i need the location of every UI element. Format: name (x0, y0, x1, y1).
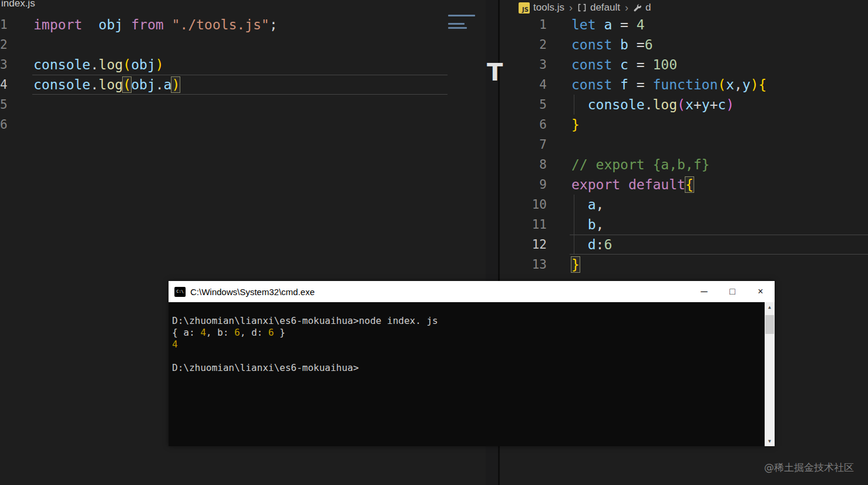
code-token: "./tools.js" (171, 17, 269, 32)
code-line[interactable]: a, (571, 195, 766, 215)
cmd-scrollbar[interactable]: ▲ ▼ (765, 302, 775, 446)
code-token: ) (171, 77, 180, 92)
code-token: } (571, 117, 580, 132)
code-token: = (628, 77, 653, 92)
code-token: 4 (200, 327, 206, 338)
breadcrumb-member-label: d (645, 2, 651, 14)
close-button[interactable]: × (746, 281, 775, 302)
code-line[interactable]: } (571, 255, 766, 275)
code-token: , (596, 197, 604, 212)
line-number: 13 (529, 255, 547, 275)
watermark: @稀土掘金技术社区 (764, 461, 854, 474)
code-token: = (612, 17, 637, 32)
code-token: y (742, 77, 751, 92)
code-token: f (620, 77, 628, 92)
line-number: 1 (0, 15, 7, 35)
code-token: { a: (172, 327, 200, 338)
code-line[interactable]: // export {a,b,f} (571, 155, 766, 175)
code-token: { (759, 77, 767, 92)
code-line[interactable] (571, 135, 766, 155)
line-number: 11 (529, 215, 547, 235)
code-token: d (588, 237, 596, 252)
code-token: export (571, 177, 620, 192)
code-token: : (596, 237, 604, 252)
minimap[interactable] (448, 15, 475, 31)
code-token: , d: (240, 327, 268, 338)
code-token: a (604, 17, 612, 32)
scroll-thumb[interactable] (765, 315, 774, 334)
code-token: const (571, 57, 612, 72)
maximize-button[interactable]: □ (718, 281, 746, 302)
code-line[interactable]: export default{ (571, 175, 766, 195)
minimap-line (448, 15, 475, 16)
terminal-line: 4 (172, 339, 765, 350)
breadcrumb-file[interactable]: JS tools.js (519, 2, 564, 14)
code-token: } (571, 257, 580, 272)
left-gutter: 123456 (0, 15, 7, 135)
code-token: console (588, 97, 645, 112)
code-token: log (653, 97, 678, 112)
cmd-titlebar[interactable]: C:\ C:\Windows\System32\cmd.exe ─ □ × (169, 281, 775, 302)
code-line[interactable] (33, 95, 277, 115)
wrench-icon (633, 4, 642, 12)
code-token: from (131, 17, 163, 32)
code-line[interactable]: const c = 100 (571, 55, 766, 75)
cmd-title: C:\Windows\System32\cmd.exe (190, 287, 315, 297)
code-token: a (164, 77, 172, 92)
breadcrumb-symbol-label: default (590, 2, 620, 14)
breadcrumb-separator: › (625, 2, 628, 14)
line-number: 12 (529, 235, 547, 255)
code-line[interactable]: const b =6 (571, 35, 766, 55)
code-token: , (734, 77, 742, 92)
right-editor-code[interactable]: let a = 4const b =6const c = 100const f … (571, 15, 766, 275)
terminal-line (172, 350, 765, 362)
code-token (123, 17, 131, 32)
breadcrumb-member[interactable]: d (633, 2, 651, 14)
code-line[interactable]: d:6 (571, 235, 766, 255)
line-number: 8 (529, 155, 547, 175)
code-line[interactable]: b, (571, 215, 766, 235)
code-token: + (709, 97, 718, 112)
line-number: 4 (529, 75, 547, 95)
code-line[interactable]: console.log(obj.a) (33, 75, 277, 95)
code-token (612, 77, 620, 92)
code-token: const (571, 77, 612, 92)
code-line[interactable]: import obj from "./tools.js"; (33, 15, 277, 35)
code-line[interactable]: let a = 4 (571, 15, 766, 35)
code-token: + (694, 97, 702, 112)
code-line[interactable]: console.log(x+y+c) (571, 95, 766, 115)
left-editor-code[interactable]: import obj from "./tools.js";console.log… (33, 15, 277, 135)
code-token: // export {a,b,f} (571, 157, 709, 172)
code-token: c (718, 97, 726, 112)
code-token: 100 (653, 57, 678, 72)
code-line[interactable]: } (571, 115, 766, 135)
code-token: } (274, 327, 285, 338)
code-token (571, 197, 588, 212)
code-token (571, 97, 588, 112)
code-token (82, 17, 99, 32)
code-line[interactable]: const f = function(x,y){ (571, 75, 766, 95)
cmd-window: C:\ C:\Windows\System32\cmd.exe ─ □ × D:… (169, 281, 775, 446)
code-token: D:\zhuomian\lianxi\es6-mokuaihua>node in… (172, 315, 438, 326)
scroll-down-icon[interactable]: ▼ (765, 436, 775, 446)
code-line[interactable] (33, 35, 277, 55)
code-token (571, 217, 588, 232)
code-line[interactable]: console.log(obj) (33, 55, 277, 75)
namespace-icon (577, 3, 587, 12)
code-token: 6 (604, 237, 612, 252)
code-token: , b: (206, 327, 234, 338)
code-token: . (645, 97, 653, 112)
code-line[interactable] (33, 115, 277, 135)
line-number: 4 (0, 75, 7, 95)
minimize-button[interactable]: ─ (690, 281, 718, 302)
line-number: 10 (529, 195, 547, 215)
tab-label[interactable]: index.js (1, 0, 35, 9)
code-token: obj (99, 17, 123, 32)
line-number: 1 (529, 15, 547, 35)
terminal-line: { a: 4, b: 6, d: 6 } (172, 327, 765, 339)
terminal-output[interactable]: D:\zhuomian\lianxi\es6-mokuaihua>node in… (169, 302, 765, 446)
code-token: ; (270, 17, 278, 32)
code-token (612, 57, 620, 72)
scroll-up-icon[interactable]: ▲ (765, 302, 775, 312)
breadcrumb-symbol[interactable]: default (577, 2, 620, 14)
